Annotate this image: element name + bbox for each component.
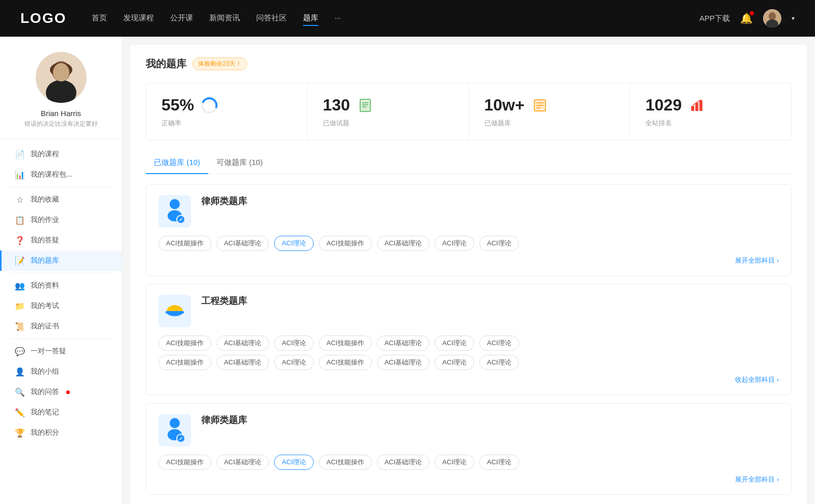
stat-rank-label: 全站排名 — [645, 119, 776, 128]
stat-accuracy-value: 55% — [161, 96, 194, 115]
tag-1-8[interactable]: ACI基础理论 — [216, 355, 269, 370]
doc-icon: 📄 — [15, 150, 24, 159]
divider-2 — [10, 273, 112, 273]
tag-1-6[interactable]: ACI理论 — [479, 335, 519, 351]
sidebar-item-homework-label: 我的作业 — [31, 215, 59, 225]
svg-rect-21 — [691, 106, 694, 111]
sidebar-item-coursepack[interactable]: 📊 我的课程包... — [0, 164, 122, 185]
nav-home[interactable]: 首页 — [92, 11, 107, 26]
tag-1-5[interactable]: ACI理论 — [434, 335, 474, 351]
sidebar-item-1on1[interactable]: 💬 一对一答疑 — [0, 341, 122, 361]
sidebar-item-points[interactable]: 🏆 我的积分 — [0, 423, 122, 443]
nav-qa[interactable]: 问答社区 — [256, 11, 287, 26]
qbank-card-2-expand[interactable]: 展开全部科目 › — [158, 475, 779, 484]
tag-0-1[interactable]: ACI基础理论 — [216, 236, 269, 251]
sidebar-item-notes-label: 我的笔记 — [31, 408, 59, 417]
sidebar-item-exam-label: 我的考试 — [31, 301, 59, 311]
logo: LOGO — [20, 10, 71, 26]
sidebar-item-mycourse[interactable]: 📄 我的课程 — [0, 144, 122, 164]
svg-rect-23 — [699, 100, 702, 111]
qbank-card-0: ✓ 律师类题库 ACI技能操作 ACI基础理论 ACI理论 ACI技能操作 AC… — [146, 184, 792, 276]
svg-rect-11 — [360, 99, 370, 111]
bar-icon: 📊 — [15, 170, 24, 179]
nav-more[interactable]: ··· — [335, 11, 341, 26]
sidebar-item-myqa[interactable]: 🔍 我的问答 — [0, 382, 122, 402]
svg-rect-29 — [166, 311, 184, 314]
sidebar-item-notes[interactable]: ✏️ 我的笔记 — [0, 402, 122, 423]
tag-1-10[interactable]: ACI技能操作 — [319, 355, 372, 370]
qbank-card-1: 工程类题库 ACI技能操作 ACI基础理论 ACI理论 ACI技能操作 ACI基… — [146, 284, 792, 395]
sidebar-item-exam[interactable]: 📁 我的考试 — [0, 296, 122, 316]
profile-avatar — [36, 52, 87, 103]
tag-2-2[interactable]: ACI理论 — [274, 455, 314, 470]
note-icon: ✏️ — [15, 408, 24, 417]
tag-1-13[interactable]: ACI理论 — [479, 355, 519, 370]
stat-done-banks: 10w+ 已做题库 — [469, 83, 631, 140]
user-avatar[interactable] — [763, 9, 781, 27]
tag-0-3[interactable]: ACI技能操作 — [319, 236, 372, 251]
sidebar-item-qbank[interactable]: 📝 我的题库 — [0, 250, 122, 271]
tag-1-12[interactable]: ACI理论 — [434, 355, 474, 370]
sidebar-item-group-label: 我的小组 — [31, 367, 59, 376]
tag-0-6[interactable]: ACI理论 — [479, 236, 519, 251]
tag-2-5[interactable]: ACI理论 — [434, 455, 474, 470]
divider-1 — [10, 187, 112, 187]
sidebar-menu: 📄 我的课程 📊 我的课程包... ☆ 我的收藏 📋 我的作业 ❓ 我的答疑 � — [0, 139, 122, 448]
stat-done-questions: 130 已做试题 — [308, 83, 469, 140]
doc-stat-icon — [356, 96, 374, 115]
nav-opencourse[interactable]: 公开课 — [170, 11, 193, 26]
tag-0-2[interactable]: ACI理论 — [274, 236, 314, 251]
tabs: 已做题库 (10) 可做题库 (10) — [146, 153, 792, 174]
tag-1-1[interactable]: ACI基础理论 — [216, 335, 269, 351]
sidebar-item-materials[interactable]: 👥 我的资料 — [0, 275, 122, 296]
tag-1-7[interactable]: ACI技能操作 — [158, 355, 211, 370]
nav-discover[interactable]: 发现课程 — [123, 11, 154, 26]
notification-bell[interactable]: 🔔 — [740, 12, 753, 24]
table-icon: 📝 — [15, 256, 24, 265]
sidebar-item-certificate[interactable]: 📜 我的证书 — [0, 316, 122, 337]
app-download[interactable]: APP下载 — [699, 14, 730, 23]
page-title: 我的题库 — [146, 57, 186, 71]
nav-question-bank[interactable]: 题库 — [303, 11, 318, 26]
sidebar-item-group[interactable]: 👤 我的小组 — [0, 361, 122, 382]
tag-1-0[interactable]: ACI技能操作 — [158, 335, 211, 351]
lawyer-icon-2: ✓ — [162, 417, 187, 443]
divider-3 — [10, 339, 112, 339]
sidebar-item-favorites[interactable]: ☆ 我的收藏 — [0, 189, 122, 210]
tag-1-2[interactable]: ACI理论 — [274, 335, 314, 351]
nav-news[interactable]: 新闻资讯 — [209, 11, 240, 26]
qbank-card-2-header: ✓ 律师类题库 — [158, 414, 779, 446]
qbank-card-0-icon: ✓ — [158, 195, 191, 228]
book-stat-icon — [531, 96, 549, 115]
tag-0-5[interactable]: ACI理论 — [434, 236, 474, 251]
tag-1-3[interactable]: ACI技能操作 — [319, 335, 372, 351]
tag-0-4[interactable]: ACI基础理论 — [377, 236, 430, 251]
qbank-card-1-collapse[interactable]: 收起全部科目 › — [158, 375, 779, 384]
tab-available[interactable]: 可做题库 (10) — [208, 153, 271, 174]
sidebar-item-coursepack-label: 我的课程包... — [31, 170, 72, 179]
tag-2-6[interactable]: ACI理论 — [479, 455, 519, 470]
tag-1-4[interactable]: ACI基础理论 — [377, 335, 430, 351]
nav-links: 首页 发现课程 公开课 新闻资讯 问答社区 题库 ··· — [92, 11, 679, 26]
tag-2-4[interactable]: ACI基础理论 — [377, 455, 430, 470]
star-icon: ☆ — [15, 195, 24, 204]
user-menu-chevron[interactable]: ▾ — [792, 15, 795, 22]
svg-rect-22 — [695, 103, 698, 111]
tag-0-0[interactable]: ACI技能操作 — [158, 236, 211, 251]
sidebar-profile: Brian Harris 错误的决定比没有决定要好 — [0, 37, 122, 139]
tab-done[interactable]: 已做题库 (10) — [146, 153, 208, 174]
svg-point-24 — [170, 199, 180, 209]
sidebar-item-questions[interactable]: ❓ 我的答疑 — [0, 230, 122, 250]
tag-2-1[interactable]: ACI基础理论 — [216, 455, 269, 470]
file-icon: 📁 — [15, 301, 24, 311]
stat-rank-top: 1029 — [645, 96, 776, 115]
tag-2-3[interactable]: ACI技能操作 — [319, 455, 372, 470]
stat-accuracy-top: 55% — [161, 96, 292, 115]
avatar-svg — [36, 52, 87, 103]
tag-2-0[interactable]: ACI技能操作 — [158, 455, 211, 470]
tag-1-11[interactable]: ACI基础理论 — [377, 355, 430, 370]
content-inner: 我的题库 体验剩余23天！ 55% — [130, 45, 807, 504]
sidebar-item-homework[interactable]: 📋 我的作业 — [0, 210, 122, 230]
qbank-card-0-expand[interactable]: 展开全部科目 › — [158, 256, 779, 265]
tag-1-9[interactable]: ACI理论 — [274, 355, 314, 370]
